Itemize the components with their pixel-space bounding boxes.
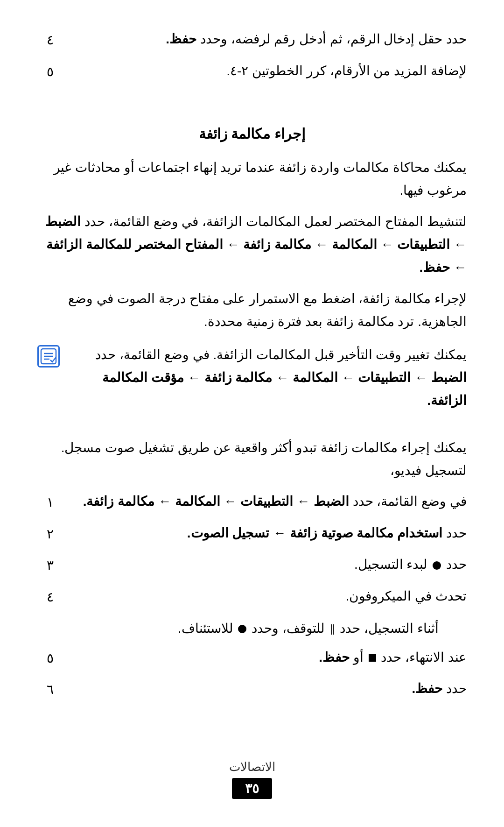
note-resume: للاستئناف. [178,621,233,636]
sub-step-5-bold: حفظ. [319,650,350,664]
section-title: إجراء مكالمة زائفة [37,122,467,146]
sub-step-5-start: عند الانتهاء، حدد [381,650,467,664]
step-4-number: ٤ [37,28,63,51]
para-2-start: لتنشيط المفتاح المختصر لعمل المكالمات ال… [84,214,467,229]
note-path: الضبط ← التطبيقات ← المكالمة ← مكالمة زا… [102,370,467,408]
sub-step-2-bold: استخدام مكالمة صوتية زائفة ← تسجيل الصوت… [187,526,442,540]
sub-step-4: ٤ تحدث في الميكروفون. [37,585,467,608]
sub-step-1-bold: مكالمة زائفة. [83,494,155,509]
sub-step-1-number: ١ [37,490,63,514]
note-pause-for: للتوقف، وحدد [252,621,325,636]
sub-step-2-plain: حدد [446,526,467,540]
para-4: يمكنك إجراء مكالمات زائفة تبدو أكثر واقع… [37,436,467,482]
sub-step-5: ٥ عند الانتهاء، حدد أو حفظ. [37,646,467,670]
sub-step-6: ٦ حدد حفظ. [37,678,467,701]
sub-step-1-start: في وضع القائمة، حدد [353,494,467,509]
sub-step-5-number: ٥ [37,646,63,670]
sub-step-6-plain: حدد [446,681,467,696]
para-3: لإجراء مكالمة زائفة، اضغط مع الاستمرار ع… [37,287,467,333]
sub-step-1-path: الضبط ← التطبيقات ← المكالمة ← [158,494,349,509]
footer-page-number: ٣٥ [232,778,272,799]
sub-step-3-end: لبدء التسجيل. [354,557,428,572]
sub-step-2-text: حدد استخدام مكالمة صوتية زائفة ← تسجيل ا… [63,522,467,544]
sub-step-1: ١ في وضع القائمة، حدد الضبط ← التطبيقات … [37,490,467,514]
page-content: ٤ حدد حقل إدخال الرقم، ثم أدخل رقم لرفضه… [0,0,504,765]
footer-label: الاتصالات [0,760,504,774]
step-4-text: حدد حقل إدخال الرقم، ثم أدخل رقم لرفضه، … [63,28,467,50]
sub-step-2-number: ٢ [37,522,63,545]
sub-step-3: ٣ حدد لبدء التسجيل. [37,553,467,577]
step-4-item: ٤ حدد حقل إدخال الرقم، ثم أدخل رقم لرفضه… [37,28,467,51]
para-1: يمكنك محاكاة مكالمات واردة زائفة عندما ت… [37,156,467,202]
step-4-main-text: حدد حقل إدخال الرقم، ثم أدخل رقم لرفضه، … [200,32,467,46]
note-during-recording: أثناء التسجيل، حدد [340,621,439,636]
resume-circle-icon [238,625,246,633]
note-box: يمكنك تغيير وقت التأخير قبل المكالمات ال… [37,343,467,412]
note-text-start: يمكنك تغيير وقت التأخير قبل المكالمات ال… [95,347,467,362]
sub-step-2: ٢ حدد استخدام مكالمة صوتية زائفة ← تسجيل… [37,522,467,545]
step-5-text: لإضافة المزيد من الأرقام، كرر الخطوتين ٢… [63,60,467,82]
sub-step-1-text: في وضع القائمة، حدد الضبط ← التطبيقات ← … [63,490,467,513]
stop-square-icon [369,654,376,662]
sub-step-5-middle: أو [353,650,364,664]
sub-step-6-number: ٦ [37,678,63,701]
sub-step-4-text: تحدث في الميكروفون. [63,585,467,608]
pause-icon: ‖ [330,620,335,638]
sub-step-3-text: حدد لبدء التسجيل. [63,553,467,576]
record-circle-icon [433,561,441,570]
sub-step-4-note: أثناء التسجيل، حدد ‖ للتوقف، وحدد للاستئ… [37,617,439,640]
sub-step-6-bold: حفظ. [412,681,442,696]
note-icon [37,345,60,368]
page-footer: الاتصالات ٣٥ [0,760,504,799]
step-5-item: ٥ لإضافة المزيد من الأرقام، كرر الخطوتين… [37,60,467,83]
sub-step-4-number: ٤ [37,585,63,608]
sub-step-3-number: ٣ [37,553,63,577]
para-2: لتنشيط المفتاح المختصر لعمل المكالمات ال… [37,210,467,279]
step-4-bold: حفظ. [166,32,196,46]
sub-step-6-text: حدد حفظ. [63,678,467,700]
sub-step-3-start: حدد [446,557,467,572]
sub-step-5-text: عند الانتهاء، حدد أو حفظ. [63,646,467,669]
step-5-number: ٥ [37,60,63,83]
para-2-end: حفظ. [419,260,450,275]
note-text: يمكنك تغيير وقت التأخير قبل المكالمات ال… [66,343,467,412]
